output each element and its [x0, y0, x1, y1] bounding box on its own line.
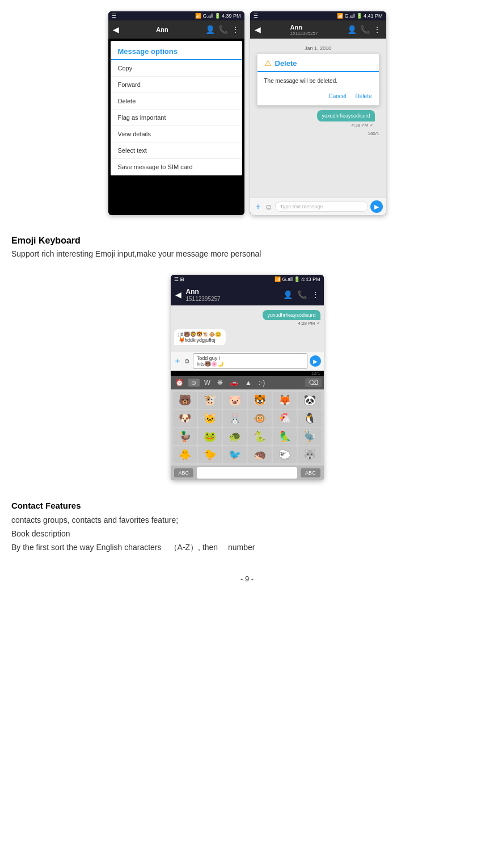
- emoji-time: 4:43 PM: [301, 276, 320, 282]
- emoji-screenshot-container: ☰ ⊞ 📶 G.all 🔋 4:43 PM ◀ Ann 15112395257 …: [0, 275, 494, 480]
- emoji-tab-flower[interactable]: ❋: [215, 379, 225, 387]
- contact-line-2: Book description: [11, 527, 483, 541]
- emoji-cell[interactable]: 🐷: [223, 392, 247, 409]
- left-time: 4:39 PM: [222, 13, 241, 19]
- emoji-cell[interactable]: 🐵: [248, 410, 272, 427]
- battery-icon: 🔋: [214, 13, 221, 19]
- notification-icon-r: ☰: [254, 13, 258, 19]
- wifi-icon-r: 📶: [337, 13, 343, 19]
- emoji-tab-smile[interactable]: ☺: [188, 379, 200, 387]
- emoji-send-button[interactable]: ▶: [310, 355, 321, 367]
- emoji-backspace-btn[interactable]: ⌫: [305, 378, 322, 387]
- emoji-cell[interactable]: 🐍: [248, 428, 272, 445]
- emoji-tab-w[interactable]: W: [202, 379, 213, 387]
- emoji-cell[interactable]: 🐻: [173, 392, 197, 409]
- emoji-chat-area: yuxudhrfieaysodisurd 4:28 PM ✓ jjd🐻🦁🐯🐮🐵😊…: [171, 305, 324, 351]
- emoji-cell[interactable]: 🐮: [198, 392, 222, 409]
- add-icon[interactable]: ＋: [254, 201, 263, 213]
- emoji-cell[interactable]: 🐧: [298, 410, 322, 427]
- contact-section-title: Contact Features: [11, 501, 483, 510]
- emoji-cell[interactable]: 🦔: [248, 446, 272, 463]
- back-icon: ◀: [113, 25, 119, 34]
- right-phone: ☰ 📶 G.all 🔋 4:41 PM ◀ Ann 15112395257 👤 …: [250, 11, 386, 215]
- emoji-cell[interactable]: 🐢: [223, 428, 247, 445]
- emoji-msg-time-1: 4:28 PM ✓: [174, 321, 320, 326]
- emoji-keyboard-panel: ⏰ ☺ W ❋ 🚗 ▲ :-) ⌫ 🐻 🐮 🐷 🐯 🦊 🐼 🐶 🐱 🐰: [171, 376, 324, 480]
- emoji-counter: 12/1: [171, 371, 324, 376]
- right-header-title: Ann: [290, 24, 318, 31]
- emoji-cell[interactable]: 🐔: [273, 410, 297, 427]
- emoji-cell[interactable]: 🐯: [248, 392, 272, 409]
- menu-delete[interactable]: Delete: [111, 93, 242, 110]
- right-header-phone: 15112395257: [290, 31, 318, 36]
- emoji-notif-icon: ☰ ⊞: [174, 276, 185, 282]
- emoji-cell[interactable]: 🐶: [173, 410, 197, 427]
- emoji-tab-car[interactable]: 🚗: [227, 379, 240, 387]
- notification-icon: ☰: [112, 13, 116, 19]
- emoji-cell[interactable]: 🦆: [173, 428, 197, 445]
- emoji-app-title: Ann: [186, 288, 221, 296]
- emoji-phone: ☰ ⊞ 📶 G.all 🔋 4:43 PM ◀ Ann 15112395257 …: [171, 275, 324, 480]
- call-icon-r: 📞: [360, 25, 370, 34]
- cancel-button[interactable]: Cancel: [328, 93, 346, 99]
- emoji-cell[interactable]: 🐼: [298, 392, 322, 409]
- menu-save-sim[interactable]: Save message to SIM card: [111, 159, 242, 175]
- emoji-cell[interactable]: 🐰: [223, 410, 247, 427]
- send-button[interactable]: ▶: [370, 200, 383, 213]
- warning-icon: ⚠: [264, 58, 272, 68]
- emoji-tab-triangle[interactable]: ▲: [243, 379, 254, 387]
- emoji-section-description: Support rich interesting Emoji input,mak…: [11, 248, 483, 260]
- emoji-section-title: Emoji Keyboard: [11, 236, 483, 246]
- emoji-cell[interactable]: 🐱: [198, 410, 222, 427]
- right-input-bar: ＋ ☺ Type text message ▶: [250, 198, 386, 215]
- emoji-cell[interactable]: 🐤: [198, 446, 222, 463]
- menu-flag-important[interactable]: Flag as important: [111, 110, 242, 126]
- menu-select-text[interactable]: Select text: [111, 142, 242, 159]
- emoji-input-row: ＋ ☺ Todd guy !hits🐻🌸🌙 ▶: [171, 351, 324, 371]
- emoji-cell[interactable]: 🦜: [273, 428, 297, 445]
- delete-dialog: ⚠ Delete The message will be deleted. Ca…: [257, 53, 379, 106]
- message-options-menu: Message options Copy Forward Delete Flag…: [111, 41, 242, 175]
- emoji-cell[interactable]: 🐑: [273, 446, 297, 463]
- signal-text-r: G.all: [344, 13, 355, 19]
- emoji-cell[interactable]: 🐺: [298, 446, 322, 463]
- more-icon: ⋮: [231, 25, 239, 34]
- menu-copy[interactable]: Copy: [111, 60, 242, 77]
- emoji-sent-msg-1: yuxudhrfieaysodisurd: [263, 310, 320, 320]
- more-icon-r: ⋮: [373, 25, 381, 34]
- emoji-cell[interactable]: 🐦: [223, 446, 247, 463]
- emoji-abc-right[interactable]: ABC: [301, 468, 320, 477]
- right-chat-area: Jan 1, 2010 ⚠ Delete The message will be…: [250, 39, 386, 198]
- menu-view-details[interactable]: View details: [111, 126, 242, 142]
- emoji-typing-field[interactable]: Todd guy !hits🐻🌸🌙: [193, 353, 307, 369]
- emoji-space-bar[interactable]: [197, 467, 297, 479]
- signal-text: G.all: [202, 13, 213, 19]
- dialog-body-text: The message will be deleted.: [257, 72, 379, 90]
- wifi-icon: 📶: [195, 13, 201, 19]
- emoji-cell[interactable]: 🦊: [273, 392, 297, 409]
- back-icon-r: ◀: [255, 25, 261, 34]
- battery-icon-r: 🔋: [356, 13, 362, 19]
- menu-title: Message options: [111, 41, 242, 60]
- emoji-abc-left[interactable]: ABC: [174, 468, 194, 477]
- emoji-back-icon: ◀: [175, 290, 181, 299]
- emoji-tab-text[interactable]: :-): [256, 379, 267, 387]
- emoji-face-icon[interactable]: ☺: [184, 357, 191, 365]
- emoji-more-icon: ⋮: [311, 290, 319, 299]
- emoji-contacts-icon: 👤: [283, 290, 293, 299]
- right-app-header: ◀ Ann 15112395257 👤 📞 ⋮: [250, 20, 386, 39]
- emoji-signal: G.all: [282, 276, 293, 282]
- message-counter: 160/1: [252, 131, 384, 136]
- emoji-cell[interactable]: 🦤: [298, 428, 322, 445]
- contact-section: Contact Features contacts groups, contac…: [0, 492, 494, 563]
- delete-button[interactable]: Delete: [356, 93, 372, 99]
- emoji-tab-clock[interactable]: ⏰: [173, 379, 186, 387]
- emoji-add-icon[interactable]: ＋: [174, 356, 181, 366]
- emoji-cell[interactable]: 🐥: [173, 446, 197, 463]
- left-status-bar: ☰ 📶 G.all 🔋 4:39 PM: [108, 11, 244, 20]
- message-input[interactable]: Type text message: [275, 202, 368, 212]
- menu-forward[interactable]: Forward: [111, 77, 242, 93]
- emoji-icon[interactable]: ☺: [265, 202, 273, 211]
- emoji-cell[interactable]: 🐸: [198, 428, 222, 445]
- right-time: 4:41 PM: [364, 13, 383, 19]
